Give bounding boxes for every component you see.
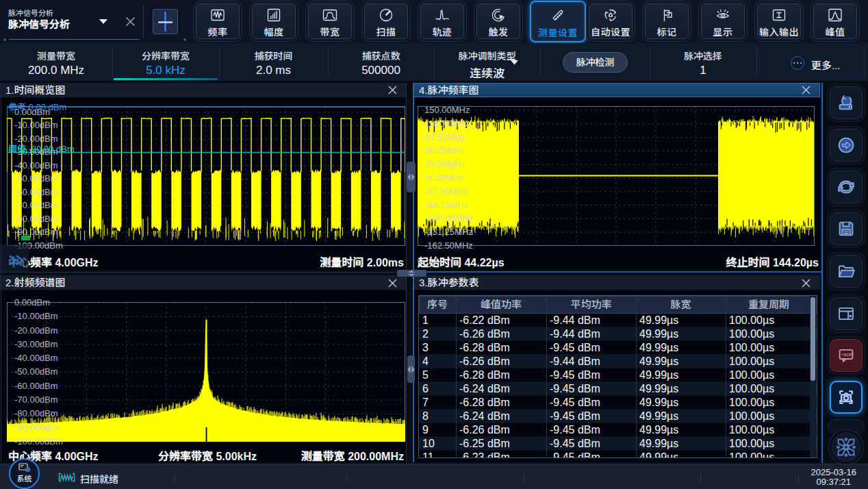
svg-text:SCPI: SCPI: [843, 353, 853, 357]
